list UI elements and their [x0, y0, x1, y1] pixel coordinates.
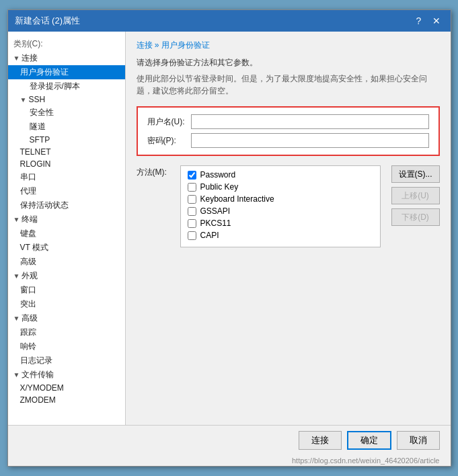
settings-button[interactable]: 设置(S)...: [391, 165, 440, 183]
sidebar-item-label-logging: 日志记录: [20, 355, 52, 366]
input-group-wrapper: 用户名(U): 密码(P):: [137, 106, 440, 156]
sidebar-item-label-advanced2: 高级: [22, 313, 38, 324]
sidebar-item-label-file-transfer: 文件传输: [22, 369, 54, 381]
sidebar-item-label-bell: 响铃: [20, 341, 36, 352]
checkbox-label-password: Password: [200, 170, 236, 180]
sidebar-item-label-log: 跟踪: [20, 327, 36, 338]
checkbox-item-public-key[interactable]: Public Key: [188, 182, 373, 192]
checkboxes-panel: PasswordPublic KeyKeyboard InteractiveGS…: [180, 165, 381, 247]
sidebar-item-file-transfer[interactable]: ▼ 文件传输: [8, 368, 125, 382]
checkbox-item-gssapi[interactable]: GSSAPI: [188, 206, 373, 216]
checkbox-gssapi[interactable]: [188, 207, 196, 216]
sidebar-item-window[interactable]: 窗口: [8, 283, 125, 297]
sidebar-item-login-script[interactable]: 登录提示/脚本: [8, 79, 125, 93]
checkbox-label-capi: CAPI: [200, 231, 219, 240]
sidebar-item-vt-mode[interactable]: VT 模式: [8, 241, 125, 255]
sidebar-item-label-keyboard: 键盘: [20, 228, 36, 239]
checkbox-item-capi[interactable]: CAPI: [188, 231, 373, 240]
move-down-button[interactable]: 下移(D): [391, 208, 440, 226]
sidebar-item-advanced[interactable]: 高级: [8, 255, 125, 269]
username-label: 用户名(U):: [147, 116, 191, 128]
section-desc: 请选择身份验证方法和其它参数。: [137, 56, 440, 69]
close-button[interactable]: ✕: [429, 14, 444, 28]
checkbox-pkcs11[interactable]: [188, 219, 196, 228]
sidebar-item-highlight[interactable]: 突出: [8, 297, 125, 311]
cancel-button[interactable]: 取消: [397, 431, 440, 450]
sidebar-item-label-security: 安全性: [30, 107, 54, 118]
checkbox-label-keyboard-interactive: Keyboard Interactive: [200, 194, 274, 204]
sidebar-item-telnet[interactable]: TELNET: [8, 146, 125, 158]
sidebar-item-ssh[interactable]: ▼ SSH: [8, 93, 125, 106]
method-row: 方法(M): PasswordPublic KeyKeyboard Intera…: [137, 165, 440, 247]
sidebar-item-keepalive[interactable]: 保持活动状态: [8, 198, 125, 212]
checkbox-capi[interactable]: [188, 231, 196, 240]
main-dialog: 新建会话 (2)属性 ? ✕ 类别(C): ▼ 连接用户身份验证登录提示/脚本▼…: [7, 9, 451, 467]
sidebar-item-label-connection: 连接: [22, 52, 38, 64]
checkbox-item-keyboard-interactive[interactable]: Keyboard Interactive: [188, 194, 373, 204]
sidebar-item-label-highlight: 突出: [20, 299, 36, 310]
sidebar-item-label-appearance: 外观: [22, 270, 38, 282]
footer-bar: 连接 确定 取消: [8, 425, 451, 455]
method-label: 方法(M):: [137, 165, 180, 178]
title-bar-buttons: ? ✕: [412, 14, 444, 28]
checkbox-label-gssapi: GSSAPI: [200, 206, 231, 216]
checkbox-keyboard-interactive[interactable]: [188, 195, 196, 204]
sidebar-item-keyboard[interactable]: 键盘: [8, 227, 125, 241]
sidebar-item-log[interactable]: 跟踪: [8, 325, 125, 340]
sidebar-item-label-terminal: 终端: [22, 214, 38, 225]
sidebar-item-connection[interactable]: ▼ 连接: [8, 51, 125, 65]
sidebar-item-label-zmodem: ZMODEM: [20, 395, 56, 405]
ok-button[interactable]: 确定: [347, 431, 391, 450]
sidebar-item-bell[interactable]: 响铃: [8, 340, 125, 354]
sidebar-item-label-keepalive: 保持活动状态: [20, 200, 69, 211]
sidebar-item-terminal[interactable]: ▼ 终端: [8, 212, 125, 227]
help-button[interactable]: ?: [412, 14, 426, 28]
sidebar: 类别(C): ▼ 连接用户身份验证登录提示/脚本▼ SSH安全性隧道SFTPTE…: [8, 32, 126, 425]
sidebar-item-zmodem[interactable]: ZMODEM: [8, 394, 125, 406]
checkbox-item-pkcs11[interactable]: PKCS11: [188, 219, 373, 228]
breadcrumb: 连接 » 用户身份验证: [137, 40, 440, 51]
url-bar: https://blog.csdn.net/weixin_46420206/ar…: [8, 455, 451, 466]
sidebar-item-user-auth[interactable]: 用户身份验证: [8, 65, 125, 79]
sidebar-item-serial[interactable]: 串口: [8, 170, 125, 184]
sidebar-item-label-window: 窗口: [20, 284, 36, 296]
method-content: PasswordPublic KeyKeyboard InteractiveGS…: [180, 165, 440, 247]
method-buttons: 设置(S)... 上移(U) 下移(D): [391, 165, 440, 247]
checkbox-label-pkcs11: PKCS11: [200, 219, 231, 228]
sidebar-item-label-sftp: SFTP: [30, 135, 50, 145]
checkbox-password[interactable]: [188, 171, 196, 180]
username-input[interactable]: [191, 114, 429, 129]
sidebar-item-label-user-auth: 用户身份验证: [20, 67, 69, 78]
sidebar-item-advanced2[interactable]: ▼ 高级: [8, 311, 125, 325]
sidebar-item-label-xymodem: X/YMODEM: [20, 383, 64, 393]
sidebar-item-label-tunnel: 隧道: [30, 121, 46, 132]
sidebar-item-label-vt-mode: VT 模式: [20, 242, 48, 253]
sidebar-item-label-advanced: 高级: [20, 256, 36, 268]
sidebar-item-logging[interactable]: 日志记录: [8, 354, 125, 368]
sidebar-item-tunnel[interactable]: 隧道: [8, 120, 125, 134]
title-bar: 新建会话 (2)属性 ? ✕: [8, 10, 451, 32]
sidebar-item-xymodem[interactable]: X/YMODEM: [8, 382, 125, 394]
password-input[interactable]: [191, 133, 429, 148]
sidebar-item-label-ssh: SSH: [28, 95, 45, 104]
move-up-button[interactable]: 上移(U): [391, 187, 440, 204]
main-content: 连接 » 用户身份验证 请选择身份验证方法和其它参数。 使用此部分以节省登录时间…: [126, 32, 451, 425]
sidebar-item-label-serial: 串口: [20, 171, 36, 183]
sidebar-item-rlogin[interactable]: RLOGIN: [8, 158, 125, 170]
category-label: 类别(C):: [8, 37, 125, 51]
sidebar-item-appearance[interactable]: ▼ 外观: [8, 269, 125, 283]
breadcrumb-part1: 连接: [137, 40, 153, 50]
sidebar-item-label-proxy: 代理: [20, 186, 36, 197]
checkbox-item-password[interactable]: Password: [188, 170, 373, 180]
sidebar-item-label-telnet: TELNET: [20, 147, 51, 157]
sidebar-item-proxy[interactable]: 代理: [8, 184, 125, 198]
sidebar-item-sftp[interactable]: SFTP: [8, 134, 125, 146]
sidebar-item-label-rlogin: RLOGIN: [20, 159, 51, 169]
checkbox-public-key[interactable]: [188, 183, 196, 192]
password-label: 密码(P):: [147, 135, 191, 147]
password-row: 密码(P):: [147, 133, 429, 148]
sidebar-item-security[interactable]: 安全性: [8, 106, 125, 120]
section-desc-sm: 使用此部分以节省登录时间。但是，为了最大限度地提高安全性，如果担心安全问题，建议…: [137, 73, 440, 97]
breadcrumb-arrow: »: [155, 40, 161, 50]
connect-button[interactable]: 连接: [299, 431, 342, 450]
